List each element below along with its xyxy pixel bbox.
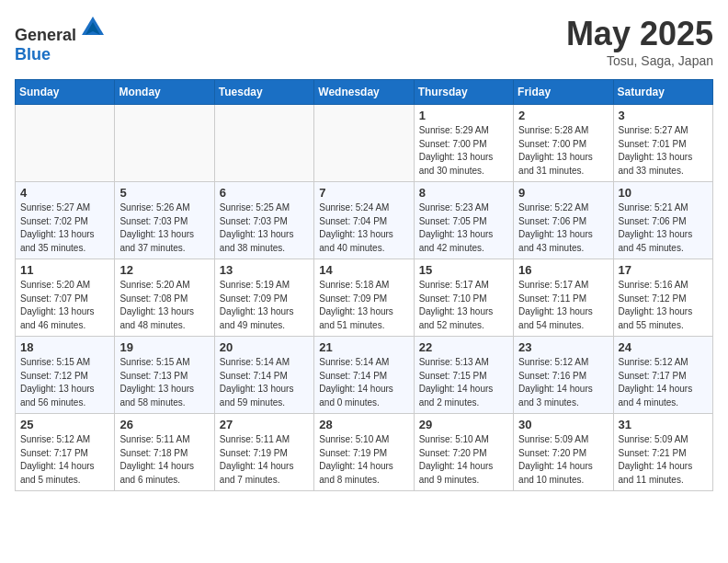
calendar-cell: 7Sunrise: 5:24 AM Sunset: 7:04 PM Daylig… [314,182,414,259]
day-number: 31 [619,418,708,431]
day-detail: Sunrise: 5:28 AM Sunset: 7:00 PM Dayligh… [518,124,608,178]
calendar-cell [214,105,313,182]
calendar-cell: 22Sunrise: 5:13 AM Sunset: 7:15 PM Dayli… [414,337,513,414]
day-detail: Sunrise: 5:23 AM Sunset: 7:05 PM Dayligh… [419,201,508,255]
day-detail: Sunrise: 5:27 AM Sunset: 7:02 PM Dayligh… [20,201,109,255]
calendar-cell: 12Sunrise: 5:20 AM Sunset: 7:08 PM Dayli… [115,259,214,337]
logo: General Blue [15,15,106,64]
day-detail: Sunrise: 5:17 AM Sunset: 7:10 PM Dayligh… [419,279,508,332]
day-number: 13 [220,263,309,277]
calendar-cell: 21Sunrise: 5:14 AM Sunset: 7:14 PM Dayli… [314,337,414,414]
calendar-week-row: 11Sunrise: 5:20 AM Sunset: 7:07 PM Dayli… [16,259,713,337]
calendar-title: May 2025 [566,15,713,53]
weekday-header-wednesday: Wednesday [314,80,414,105]
day-detail: Sunrise: 5:11 AM Sunset: 7:18 PM Dayligh… [119,433,209,487]
day-number: 9 [518,186,608,200]
calendar-cell [115,105,214,182]
day-number: 7 [319,186,408,200]
day-number: 24 [619,340,708,354]
calendar-cell [314,105,414,182]
calendar-cell: 13Sunrise: 5:19 AM Sunset: 7:09 PM Dayli… [214,259,313,337]
day-detail: Sunrise: 5:27 AM Sunset: 7:01 PM Dayligh… [619,124,708,178]
day-detail: Sunrise: 5:16 AM Sunset: 7:12 PM Dayligh… [619,279,708,332]
day-detail: Sunrise: 5:10 AM Sunset: 7:19 PM Dayligh… [319,433,408,487]
day-number: 18 [20,340,109,354]
day-detail: Sunrise: 5:14 AM Sunset: 7:14 PM Dayligh… [319,356,408,409]
day-detail: Sunrise: 5:20 AM Sunset: 7:07 PM Dayligh… [20,279,109,332]
day-detail: Sunrise: 5:11 AM Sunset: 7:19 PM Dayligh… [220,433,309,487]
calendar-table: SundayMondayTuesdayWednesdayThursdayFrid… [15,79,713,491]
calendar-cell: 11Sunrise: 5:20 AM Sunset: 7:07 PM Dayli… [16,259,115,337]
title-area: May 2025 Tosu, Saga, Japan [566,15,713,68]
day-detail: Sunrise: 5:17 AM Sunset: 7:11 PM Dayligh… [518,279,608,332]
day-detail: Sunrise: 5:12 AM Sunset: 7:16 PM Dayligh… [518,356,608,409]
calendar-cell: 6Sunrise: 5:25 AM Sunset: 7:03 PM Daylig… [214,182,313,259]
calendar-cell: 15Sunrise: 5:17 AM Sunset: 7:10 PM Dayli… [414,259,513,337]
day-detail: Sunrise: 5:15 AM Sunset: 7:12 PM Dayligh… [20,356,109,409]
calendar-week-row: 1Sunrise: 5:29 AM Sunset: 7:00 PM Daylig… [16,105,713,182]
calendar-cell: 4Sunrise: 5:27 AM Sunset: 7:02 PM Daylig… [16,182,115,259]
day-number: 5 [119,186,209,200]
calendar-cell: 8Sunrise: 5:23 AM Sunset: 7:05 PM Daylig… [414,182,513,259]
calendar-cell: 5Sunrise: 5:26 AM Sunset: 7:03 PM Daylig… [115,182,214,259]
day-number: 29 [419,418,508,431]
weekday-header-friday: Friday [514,80,613,105]
logo-icon [80,15,106,40]
day-detail: Sunrise: 5:15 AM Sunset: 7:13 PM Dayligh… [119,356,209,409]
day-number: 3 [619,109,708,122]
day-detail: Sunrise: 5:12 AM Sunset: 7:17 PM Dayligh… [20,433,109,487]
day-number: 11 [20,263,109,277]
calendar-cell: 20Sunrise: 5:14 AM Sunset: 7:14 PM Dayli… [214,337,313,414]
day-number: 15 [419,263,508,277]
calendar-week-row: 25Sunrise: 5:12 AM Sunset: 7:17 PM Dayli… [16,414,713,491]
weekday-header-row: SundayMondayTuesdayWednesdayThursdayFrid… [16,80,713,105]
calendar-cell: 2Sunrise: 5:28 AM Sunset: 7:00 PM Daylig… [514,105,613,182]
day-detail: Sunrise: 5:18 AM Sunset: 7:09 PM Dayligh… [319,279,408,332]
calendar-week-row: 18Sunrise: 5:15 AM Sunset: 7:12 PM Dayli… [16,337,713,414]
day-number: 28 [319,418,408,431]
calendar-cell: 10Sunrise: 5:21 AM Sunset: 7:06 PM Dayli… [613,182,712,259]
day-number: 2 [518,109,608,122]
day-detail: Sunrise: 5:25 AM Sunset: 7:03 PM Dayligh… [220,201,309,255]
day-detail: Sunrise: 5:22 AM Sunset: 7:06 PM Dayligh… [518,201,608,255]
day-detail: Sunrise: 5:20 AM Sunset: 7:08 PM Dayligh… [119,279,209,332]
weekday-header-monday: Monday [115,80,214,105]
day-number: 1 [419,109,508,122]
calendar-subtitle: Tosu, Saga, Japan [566,53,713,68]
calendar-cell: 23Sunrise: 5:12 AM Sunset: 7:16 PM Dayli… [514,337,613,414]
calendar-cell: 18Sunrise: 5:15 AM Sunset: 7:12 PM Dayli… [16,337,115,414]
calendar-cell: 3Sunrise: 5:27 AM Sunset: 7:01 PM Daylig… [613,105,712,182]
calendar-cell: 24Sunrise: 5:12 AM Sunset: 7:17 PM Dayli… [613,337,712,414]
weekday-header-tuesday: Tuesday [214,80,313,105]
day-detail: Sunrise: 5:09 AM Sunset: 7:21 PM Dayligh… [619,433,708,487]
calendar-cell [16,105,115,182]
logo-general: General [15,26,76,44]
calendar-cell: 19Sunrise: 5:15 AM Sunset: 7:13 PM Dayli… [115,337,214,414]
day-detail: Sunrise: 5:24 AM Sunset: 7:04 PM Dayligh… [319,201,408,255]
day-number: 16 [518,263,608,277]
day-number: 6 [220,186,309,200]
day-detail: Sunrise: 5:29 AM Sunset: 7:00 PM Dayligh… [419,124,508,178]
day-detail: Sunrise: 5:10 AM Sunset: 7:20 PM Dayligh… [419,433,508,487]
day-number: 19 [119,340,209,354]
day-detail: Sunrise: 5:12 AM Sunset: 7:17 PM Dayligh… [619,356,708,409]
day-detail: Sunrise: 5:14 AM Sunset: 7:14 PM Dayligh… [220,356,309,409]
day-detail: Sunrise: 5:26 AM Sunset: 7:03 PM Dayligh… [119,201,209,255]
day-detail: Sunrise: 5:19 AM Sunset: 7:09 PM Dayligh… [220,279,309,332]
day-number: 4 [20,186,109,200]
day-number: 25 [20,418,109,431]
day-number: 20 [220,340,309,354]
calendar-cell: 16Sunrise: 5:17 AM Sunset: 7:11 PM Dayli… [514,259,613,337]
calendar-cell: 31Sunrise: 5:09 AM Sunset: 7:21 PM Dayli… [613,414,712,491]
day-number: 12 [119,263,209,277]
calendar-cell: 9Sunrise: 5:22 AM Sunset: 7:06 PM Daylig… [514,182,613,259]
day-number: 27 [220,418,309,431]
day-number: 17 [619,263,708,277]
day-number: 10 [619,186,708,200]
day-number: 30 [518,418,608,431]
day-number: 8 [419,186,508,200]
calendar-cell: 14Sunrise: 5:18 AM Sunset: 7:09 PM Dayli… [314,259,414,337]
logo-blue: Blue [15,45,51,63]
day-detail: Sunrise: 5:21 AM Sunset: 7:06 PM Dayligh… [619,201,708,255]
calendar-cell: 17Sunrise: 5:16 AM Sunset: 7:12 PM Dayli… [613,259,712,337]
